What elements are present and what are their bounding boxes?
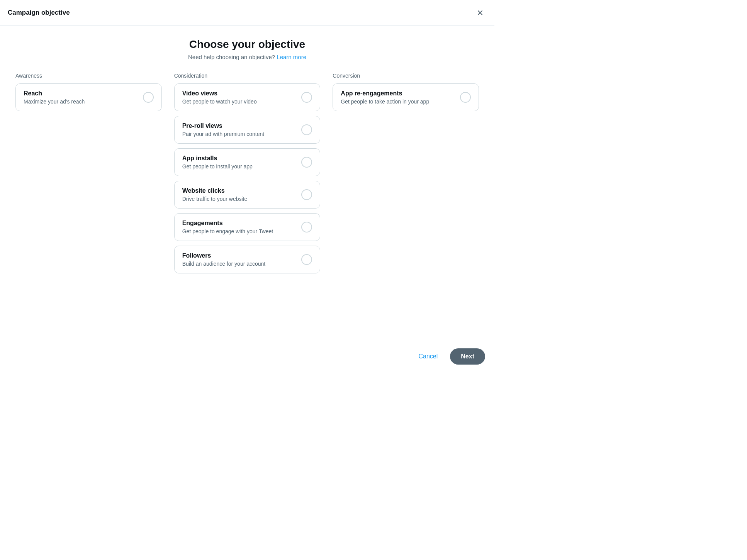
followers-option[interactable]: Followers Build an audience for your acc… <box>174 246 321 273</box>
page-heading: Choose your objective Need help choosing… <box>15 38 479 60</box>
consideration-label: Consideration <box>174 73 321 79</box>
engagements-text: Engagements Get people to engage with yo… <box>182 220 297 234</box>
pre-roll-views-text: Pre-roll views Pair your ad with premium… <box>182 122 297 137</box>
modal-title: Campaign objective <box>8 9 70 17</box>
app-installs-text: App installs Get people to install your … <box>182 155 297 170</box>
engagements-option[interactable]: Engagements Get people to engage with yo… <box>174 213 321 241</box>
app-reengagements-radio[interactable] <box>460 92 471 103</box>
app-installs-title: App installs <box>182 155 297 162</box>
pre-roll-views-radio[interactable] <box>301 124 312 135</box>
reach-desc: Maximize your ad's reach <box>24 98 138 105</box>
engagements-radio[interactable] <box>301 222 312 232</box>
website-clicks-option[interactable]: Website clicks Drive traffic to your web… <box>174 181 321 209</box>
video-views-text: Video views Get people to watch your vid… <box>182 90 297 105</box>
awareness-column: Awareness Reach Maximize your ad's reach <box>15 73 162 116</box>
followers-text: Followers Build an audience for your acc… <box>182 252 297 267</box>
reach-option[interactable]: Reach Maximize your ad's reach <box>15 83 162 111</box>
engagements-desc: Get people to engage with your Tweet <box>182 228 297 234</box>
consideration-column: Consideration Video views Get people to … <box>174 73 321 278</box>
page-subtext: Need help choosing an objective? Learn m… <box>15 54 479 60</box>
app-reengagements-option[interactable]: App re-engagements Get people to take ac… <box>333 83 479 111</box>
app-reengagements-title: App re-engagements <box>341 90 455 97</box>
app-installs-option[interactable]: App installs Get people to install your … <box>174 148 321 176</box>
video-views-radio[interactable] <box>301 92 312 103</box>
modal-body: Choose your objective Need help choosing… <box>0 26 494 317</box>
pre-roll-views-title: Pre-roll views <box>182 122 297 129</box>
video-views-desc: Get people to watch your video <box>182 98 297 105</box>
page-title: Choose your objective <box>15 38 479 51</box>
conversion-label: Conversion <box>333 73 479 79</box>
app-reengagements-desc: Get people to take action in your app <box>341 98 455 105</box>
reach-radio[interactable] <box>143 92 154 103</box>
close-button[interactable] <box>474 6 487 19</box>
cancel-button[interactable]: Cancel <box>413 349 444 364</box>
website-clicks-text: Website clicks Drive traffic to your web… <box>182 187 297 202</box>
close-icon <box>476 9 484 17</box>
pre-roll-views-option[interactable]: Pre-roll views Pair your ad with premium… <box>174 116 321 144</box>
website-clicks-desc: Drive traffic to your website <box>182 196 297 202</box>
followers-radio[interactable] <box>301 254 312 265</box>
app-installs-radio[interactable] <box>301 157 312 168</box>
video-views-option[interactable]: Video views Get people to watch your vid… <box>174 83 321 111</box>
next-button[interactable]: Next <box>450 348 485 365</box>
pre-roll-views-desc: Pair your ad with premium content <box>182 131 297 137</box>
followers-desc: Build an audience for your account <box>182 261 297 267</box>
followers-title: Followers <box>182 252 297 259</box>
modal-header: Campaign objective <box>0 0 494 26</box>
website-clicks-radio[interactable] <box>301 189 312 200</box>
app-reengagements-text: App re-engagements Get people to take ac… <box>341 90 455 105</box>
website-clicks-title: Website clicks <box>182 187 297 194</box>
awareness-label: Awareness <box>15 73 162 79</box>
columns-container: Awareness Reach Maximize your ad's reach… <box>15 73 479 278</box>
learn-more-link[interactable]: Learn more <box>277 54 306 60</box>
modal-footer: Cancel Next <box>0 342 494 371</box>
conversion-column: Conversion App re-engagements Get people… <box>333 73 479 116</box>
reach-title: Reach <box>24 90 138 97</box>
video-views-title: Video views <box>182 90 297 97</box>
engagements-title: Engagements <box>182 220 297 227</box>
app-installs-desc: Get people to install your app <box>182 163 297 170</box>
reach-text: Reach Maximize your ad's reach <box>24 90 138 105</box>
